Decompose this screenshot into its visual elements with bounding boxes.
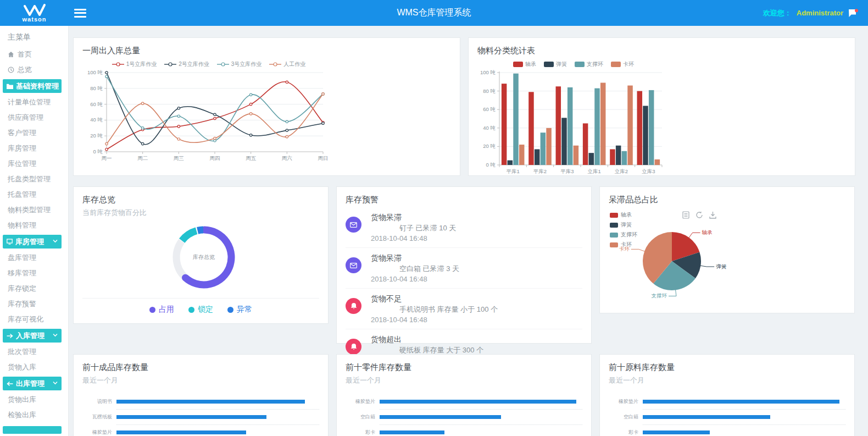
sidebar-item-warehouse-mgmt[interactable]: 库房管理 <box>0 141 68 156</box>
alert-title: 货物呆滞 <box>371 212 582 223</box>
username[interactable]: Administrator <box>797 9 843 17</box>
stagnant-pie-chart: 轴承弹簧支撑环卡环 <box>609 213 847 301</box>
svg-text:周六: 周六 <box>282 155 293 161</box>
sidebar-item-pallet-type-mgmt[interactable]: 托盘类型管理 <box>0 172 68 187</box>
card-title: 库存预警 <box>346 195 582 205</box>
legend-item[interactable]: 轴承 <box>610 211 637 219</box>
bar-label: 空白箱 <box>609 413 638 421</box>
legend-item[interactable]: 异常 <box>227 305 252 314</box>
sidebar-item-batch-mgmt[interactable]: 批次管理 <box>0 344 68 360</box>
sidebar-item-label: 库房管理 <box>15 237 44 247</box>
svg-text:40 吨: 40 吨 <box>483 125 496 131</box>
top10-bars: 橡胶垫片空白箱彩卡说明书 <box>346 394 582 436</box>
home-icon <box>8 51 14 58</box>
card-subtitle: 当前库存货物百分比 <box>82 208 319 218</box>
pie-legend: 轴承弹簧支撑环卡环 <box>610 211 637 249</box>
bar-label: 空白箱 <box>346 413 375 421</box>
bar-label: 说明书 <box>82 398 112 405</box>
sidebar-item-storeroom-group[interactable]: 库房管理 <box>3 235 62 249</box>
sidebar-item-stock-lock[interactable]: 库存锁定 <box>0 281 68 296</box>
bar <box>380 431 444 434</box>
sidebar-item-label: 计量单位管理 <box>8 95 51 110</box>
sidebar-item-overview[interactable]: 总览 <box>0 62 68 78</box>
legend-item[interactable]: 轴承 <box>513 60 536 68</box>
weekly-io-card: 一周出入库总量 1号立库作业2号立库作业3号立库作业人工作业 0 吨20 吨40… <box>73 37 460 176</box>
legend-item[interactable]: 占用 <box>149 305 174 314</box>
legend-item[interactable]: 锁定 <box>188 305 213 314</box>
sidebar-item-partial-group[interactable] <box>3 426 62 434</box>
chevron-down-icon <box>53 239 58 243</box>
legend-item[interactable]: 弹簧 <box>544 60 567 68</box>
svg-text:100 吨: 100 吨 <box>480 69 496 75</box>
alert-desc: 空白箱 已呆滞 3 天 <box>371 263 582 274</box>
topten-row: 橡胶垫片 <box>82 425 319 436</box>
sidebar-item-move-mgmt[interactable]: 移库管理 <box>0 266 68 281</box>
sidebar-item-label: 库存可视化 <box>8 312 43 327</box>
sidebar-item-label: 首页 <box>18 47 32 62</box>
sidebar-item-stock-visual[interactable]: 库存可视化 <box>0 312 68 327</box>
top10-parts-card: 前十零件库存数量 最近一个月 橡胶垫片空白箱彩卡说明书 <box>336 354 592 436</box>
alert-item[interactable]: 货物呆滞钉子 已呆滞 10 天2018-10-04 16:48 <box>346 207 582 248</box>
alert-time: 2018-10-04 16:48 <box>371 274 582 284</box>
alert-item[interactable]: 货物不足手机说明书 库存量 小于 100 个2018-10-04 16:48 <box>346 289 582 329</box>
sidebar-item-label: 库存预警 <box>8 296 36 312</box>
sidebar-item-unit-mgmt[interactable]: 计量单位管理 <box>0 95 68 110</box>
legend-item[interactable]: 3号立库作业 <box>217 60 262 68</box>
sidebar-item-pallet-mgmt[interactable]: 托盘管理 <box>0 187 68 202</box>
sidebar-item-material-type-mgmt[interactable]: 物料类型管理 <box>0 202 68 218</box>
bar-label: 橡胶垫片 <box>82 429 112 436</box>
top10-finished-card: 前十成品库存数量 最近一个月 说明书瓦楞纸板橡胶垫片空白箱 <box>73 354 329 436</box>
legend-item[interactable]: 支撑环 <box>610 231 637 239</box>
sidebar-item-inspect-outbound[interactable]: 检验出库 <box>0 407 68 423</box>
sidebar-item-goods-outbound[interactable]: 货物出库 <box>0 392 68 407</box>
data-view-icon[interactable] <box>682 211 689 219</box>
sidebar-item-customer-mgmt[interactable]: 客户管理 <box>0 125 68 141</box>
sidebar-item-goods-inbound[interactable]: 货物入库 <box>0 360 68 375</box>
sidebar-item-supplier-mgmt[interactable]: 供应商管理 <box>0 110 68 125</box>
download-icon[interactable] <box>709 211 716 219</box>
svg-text:周四: 周四 <box>210 155 220 161</box>
sidebar-item-inbound-group[interactable]: 入库管理 <box>3 329 62 343</box>
sidebar-item-label: 物料管理 <box>8 218 36 233</box>
svg-text:库存总览: 库存总览 <box>193 254 215 260</box>
main-content: 一周出入库总量 1号立库作业2号立库作业3号立库作业人工作业 0 吨20 吨40… <box>69 26 868 436</box>
svg-text:60 吨: 60 吨 <box>90 101 103 107</box>
card-subtitle: 最近一个月 <box>346 376 582 385</box>
legend-item[interactable]: 2号立库作业 <box>164 60 209 68</box>
svg-text:周二: 周二 <box>137 155 148 161</box>
sidebar-item-material-mgmt[interactable]: 物料管理 <box>0 218 68 233</box>
bar <box>380 415 501 419</box>
legend-item[interactable]: 卡环 <box>610 241 637 249</box>
sidebar-item-label: 总览 <box>18 62 32 78</box>
bar-label: 橡胶垫片 <box>346 398 375 405</box>
legend-item[interactable]: 人工作业 <box>269 60 305 68</box>
envelope-icon <box>346 257 361 273</box>
bar <box>116 415 266 419</box>
sidebar-item-basic-data-mgmt[interactable]: 基础资料管理 <box>3 79 62 93</box>
message-flag-icon[interactable] <box>848 9 858 18</box>
refresh-icon[interactable] <box>695 211 703 219</box>
material-stats-card: 物料分类统计表 轴承弹簧支撑环卡环 0 吨20 吨40 吨60 吨80 吨100… <box>468 37 855 176</box>
sidebar-item-home[interactable]: 首页 <box>0 47 68 62</box>
sidebar-item-stock-warning[interactable]: 库存预警 <box>0 296 68 312</box>
arrow-right-icon <box>7 333 13 339</box>
bar-label: 彩卡 <box>346 429 375 436</box>
folder-icon <box>7 84 13 89</box>
alert-item[interactable]: 货物呆滞空白箱 已呆滞 3 天2018-10-04 16:48 <box>346 248 582 289</box>
sidebar-item-outbound-group[interactable]: 出库管理 <box>3 377 62 390</box>
sidebar-menu: 首页总览基础资料管理计量单位管理供应商管理客户管理库房管理库位管理托盘类型管理托… <box>0 47 68 434</box>
svg-text:20 吨: 20 吨 <box>483 143 496 149</box>
alert-time: 2018-10-04 16:48 <box>371 233 582 244</box>
svg-text:40 吨: 40 吨 <box>90 117 103 123</box>
svg-text:周日: 周日 <box>318 155 329 161</box>
sidebar-item-stocktake-mgmt[interactable]: 盘库管理 <box>0 250 68 266</box>
top10-raw-card: 前十原料库存数量 最近一个月 橡胶垫片空白箱彩卡说明书 <box>599 354 855 436</box>
sidebar-item-label: 移库管理 <box>8 266 36 281</box>
topten-row: 空白箱 <box>609 410 845 424</box>
legend-item[interactable]: 支撑环 <box>575 60 603 68</box>
chart-toolbox <box>682 211 716 219</box>
sidebar-item-location-mgmt[interactable]: 库位管理 <box>0 156 68 172</box>
legend-item[interactable]: 1号立库作业 <box>112 60 157 68</box>
legend-item[interactable]: 弹簧 <box>610 221 637 229</box>
legend-item[interactable]: 卡环 <box>611 60 634 68</box>
